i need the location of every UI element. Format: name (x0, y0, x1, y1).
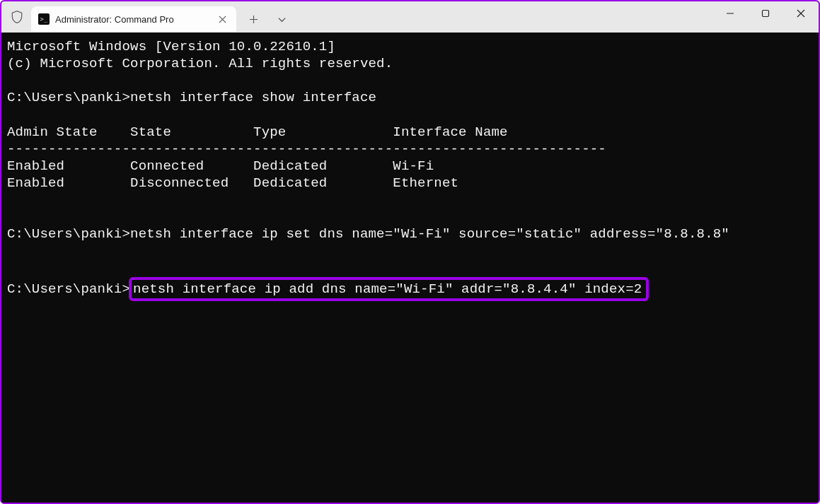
copyright-line: (c) Microsoft Corporation. All rights re… (7, 56, 393, 71)
command-text: netsh interface ip add dns name="Wi-Fi" … (133, 281, 642, 297)
tab-toolbar (241, 4, 294, 30)
titlebar-left: >_ Administrator: Command Pro (1, 1, 294, 33)
new-tab-button[interactable] (241, 8, 266, 30)
terminal-output[interactable]: Microsoft Windows [Version 10.0.22610.1]… (1, 33, 819, 503)
shield-icon (8, 8, 25, 25)
minimize-button[interactable] (712, 1, 748, 25)
tab-command-prompt[interactable]: >_ Administrator: Command Pro (31, 6, 236, 32)
table-header: Admin State State Type Interface Name (7, 124, 508, 140)
terminal-icon: >_ (38, 13, 50, 25)
maximize-button[interactable] (748, 1, 783, 25)
table-row: Enabled Connected Dedicated Wi-Fi (7, 158, 434, 174)
tab-dropdown-button[interactable] (269, 8, 294, 30)
tab-close-button[interactable] (215, 12, 229, 26)
prompt: C:\Users\panki> (7, 281, 130, 297)
app-window: >_ Administrator: Command Pro (0, 0, 820, 504)
command-text: netsh interface ip set dns name="Wi-Fi" … (130, 226, 729, 242)
table-row: Enabled Disconnected Dedicated Ethernet (7, 175, 458, 191)
titlebar[interactable]: >_ Administrator: Command Pro (1, 1, 819, 33)
table-separator: ----------------------------------------… (7, 141, 606, 157)
window-controls (712, 1, 819, 33)
prompt: C:\Users\panki> (7, 226, 130, 242)
banner-line: Microsoft Windows [Version 10.0.22610.1] (7, 39, 335, 54)
command-text: netsh interface show interface (130, 90, 376, 105)
svg-rect-0 (763, 11, 769, 17)
tab-title: Administrator: Command Pro (55, 14, 209, 25)
highlighted-command: netsh interface ip add dns name="Wi-Fi" … (129, 277, 649, 301)
prompt: C:\Users\panki> (7, 90, 130, 105)
close-button[interactable] (783, 1, 819, 25)
